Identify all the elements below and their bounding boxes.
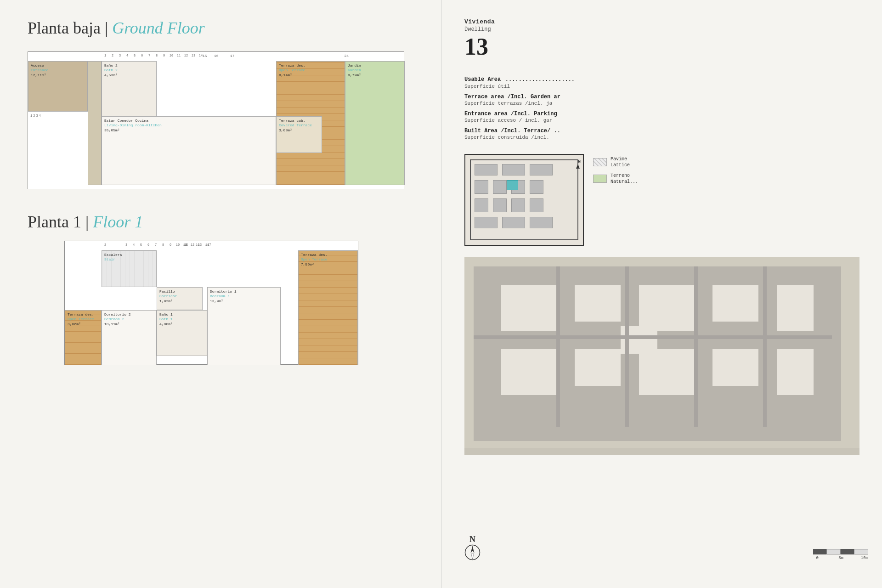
column-numbers-top: 123 456 789 101112 1314	[102, 54, 204, 57]
bedroom2-name-es: Dormitorio 2	[104, 312, 154, 317]
north-label: N	[469, 535, 475, 544]
floor1-plan: 2 34 56 78 910 1112 1314 15 16 17 Escale…	[64, 241, 358, 365]
bedroom1-name-es: Dormitorio 1	[210, 289, 278, 294]
garden-area: 8,79m²	[348, 73, 402, 78]
dwelling-header: Vivienda Dwelling 13	[464, 18, 859, 59]
covered-terrace-name-es: Terraza cub.	[279, 119, 319, 123]
legend-swatch-lattice	[593, 158, 607, 166]
stair-name-en: Stair	[104, 257, 154, 262]
legend-item-green: TerrenoNatural...	[593, 173, 638, 185]
scale-bar-visual	[813, 549, 868, 554]
open-terrace-f1-l-name-es: Terraza des.	[68, 312, 99, 317]
floor1-title: Planta 1 | Floor 1	[28, 212, 413, 232]
covered-terrace-name-en: Covered Terrace	[279, 123, 319, 128]
bath2-area: 4,53m²	[104, 73, 154, 78]
scale-text: 0 5m 10m	[816, 556, 868, 560]
f1-grid-15: 15	[184, 243, 188, 247]
grid-number-16: 16	[214, 54, 219, 58]
open-terrace-gf-name-en: Open Terrace	[279, 68, 342, 73]
living-room: Estar-Comedor-Cocina Living-Dining room-…	[102, 116, 276, 185]
bath2-name-es: Baño 2	[104, 63, 154, 68]
floor1-title-es: Planta 1	[28, 213, 81, 231]
floor1-title-en: Floor 1	[93, 213, 143, 231]
stair-name-es: Escalera	[104, 253, 154, 257]
covered-terrace-area: 3,08m²	[279, 128, 319, 133]
corridor-name-es: Pasillo	[159, 289, 200, 294]
terrace-area-sub: Superficie terrazas /incl. ja	[464, 101, 859, 106]
open-terrace-f1-r-area: 7,59m²	[301, 262, 355, 267]
ground-floor-title-en: Ground Floor	[112, 19, 205, 37]
usable-area-dots: .....................	[505, 76, 575, 83]
built-area-row: Built Area /Incl. Terrace/ .. Superficie…	[464, 128, 859, 140]
bedroom1-area: 13,9m²	[210, 299, 278, 304]
corridor-room: Pasillo Corridor 1,92m²	[157, 287, 203, 310]
garden-name-en: Garden	[348, 68, 402, 73]
f1-grid-16: 16	[196, 243, 199, 247]
dwelling-number: 13	[464, 35, 859, 59]
bath1-name-en: Bath 1	[159, 317, 204, 322]
svg-marker-1	[471, 546, 474, 553]
dwelling-label: Vivienda	[464, 18, 859, 25]
bedroom1-room: Dormitorio 1 Bedroom 1 13,9m²	[207, 287, 281, 365]
living-name-es: Estar-Comedor-Cocina	[104, 119, 273, 123]
garden-gf: Jardín Garden 8,79m²	[345, 61, 405, 185]
grid-number-17: 17	[230, 54, 235, 58]
built-area-sub: Superficie construida /incl.	[464, 135, 859, 140]
floor1-column-numbers: 2 34 56 78 910 1112 1314	[102, 243, 211, 247]
ground-floor-plan: 123 456 789 101112 1314 15 16 17 Acceso …	[28, 51, 404, 189]
area-section: Usable Area ..................... Superf…	[464, 75, 859, 140]
living-area: 35,05m²	[104, 128, 273, 133]
open-terrace-f1-right: Terraza des. Open Terrace 7,59m²	[298, 250, 358, 365]
ground-floor-title: Planta baja | Ground Floor	[28, 18, 413, 38]
living-name-en: Living-Dining room-Kitchen	[104, 123, 273, 128]
legend-lattice-text: PavimeLattice	[611, 156, 630, 168]
right-panel: Vivienda Dwelling 13 Usable Area .......…	[441, 0, 882, 588]
grid-number-15: 15	[203, 54, 207, 58]
usable-area-row: Usable Area ..................... Superf…	[464, 75, 859, 89]
entrance-room: Acceso Entrance 12,11m²	[28, 61, 88, 112]
built-area-label: Built Area /Incl. Terrace/ ..	[464, 128, 859, 134]
ground-floor-title-es: Planta baja	[28, 19, 101, 37]
open-terrace-f1-r-name-en: Open Terrace	[301, 257, 355, 262]
legend-swatch-green	[593, 175, 607, 183]
usable-area-sub: Superficie útil	[464, 84, 859, 89]
bath2-name-en: Bath 2	[104, 68, 154, 73]
ground-floor-separator: |	[105, 19, 112, 37]
entrance-name-en: Entrance	[31, 68, 85, 73]
dwelling-sublabel: Dwelling	[464, 26, 859, 33]
legend-item-lattice: PavimeLattice	[593, 156, 638, 168]
bath2-room: Baño 2 Bath 2 4,53m²	[102, 61, 157, 116]
open-terrace-f1-l-name-en: Open Terrace	[68, 317, 99, 322]
scale-bar: 0 5m 10m	[813, 549, 868, 560]
corridor-name-en: Corridor	[159, 294, 200, 299]
stair-column: ADO 13	[88, 61, 102, 185]
large-site-plan	[464, 257, 859, 455]
covered-terrace-gf: Terraza cub. Covered Terrace 3,08m²	[276, 116, 322, 153]
left-panel: Planta baja | Ground Floor 123 456 789 1…	[0, 0, 441, 588]
legend-green-text: TerrenoNatural...	[611, 173, 638, 185]
entrance-area-label: Entrance area /Incl. Parking	[464, 111, 859, 117]
svg-marker-2	[471, 553, 474, 560]
bath1-area: 4,08m²	[159, 322, 204, 327]
mini-site-plan-section: N PavimeLattice TerrenoNatural...	[464, 154, 859, 246]
bedroom2-room: Dormitorio 2 Bedroom 2 10,11m²	[102, 310, 157, 365]
f1-grid-17: 17	[207, 243, 211, 247]
mini-site-plan: N	[464, 154, 584, 246]
entrance-area-sub: Superficie acceso / incl. gar	[464, 118, 859, 123]
north-arrow: N	[464, 535, 481, 560]
open-terrace-gf-name-es: Terraza des.	[279, 63, 342, 68]
stair-room: Escalera Stair	[102, 250, 157, 287]
entrance-area: 12,11m²	[31, 73, 85, 78]
corridor-area: 1,92m²	[159, 299, 200, 304]
legend-box: PavimeLattice TerrenoNatural...	[593, 156, 638, 185]
row-numbers-left: 1 2 3 4	[30, 114, 41, 118]
entrance-name-es: Acceso	[31, 63, 85, 68]
floor1-separator: |	[85, 213, 93, 231]
garden-name-es: Jardín	[348, 63, 402, 68]
grid-number-24: 24	[344, 54, 349, 58]
bath1-room: Baño 1 Bath 1 4,08m²	[157, 310, 207, 356]
open-terrace-gf-area: 8,14m²	[279, 73, 342, 78]
open-terrace-f1-r-name-es: Terraza des.	[301, 253, 355, 257]
bath1-name-es: Baño 1	[159, 312, 204, 317]
entrance-area-row: Entrance area /Incl. Parking Superficie …	[464, 111, 859, 123]
